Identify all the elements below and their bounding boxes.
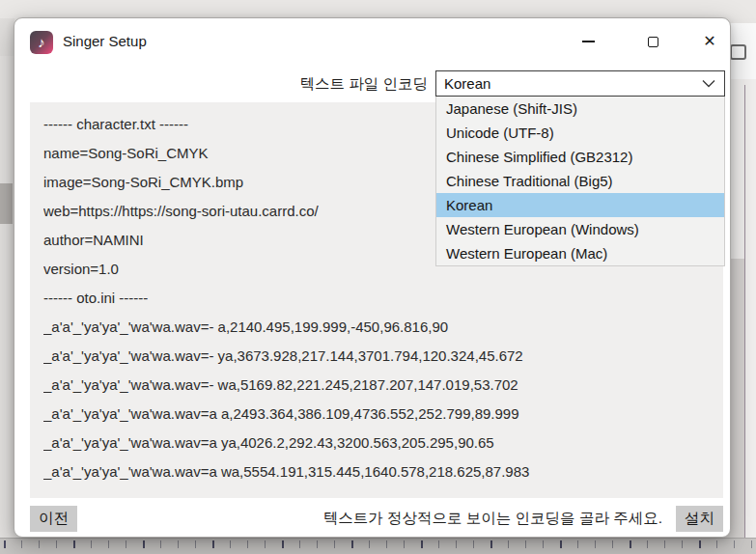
close-icon: ✕ <box>703 34 715 49</box>
encoding-combobox[interactable]: Korean <box>435 70 725 97</box>
preview-line: _a'a'_'ya'ya'_'wa'wa.wav=- ya,3673.928,2… <box>43 342 710 371</box>
encoding-label: 텍스트 파일 인코딩 <box>14 74 428 95</box>
encoding-option[interactable]: Chinese Traditional (Big5) <box>436 169 724 193</box>
singer-setup-dialog: ♪ Singer Setup ✕ 텍스트 파일 인코딩 Korean -----… <box>14 17 731 538</box>
chevron-down-icon <box>702 79 715 88</box>
encoding-option[interactable]: Unicode (UTF-8) <box>436 121 724 145</box>
preview-line: _a'a'_'ya'ya'_'wa'wa.wav=a a,2493.364,38… <box>43 400 710 429</box>
encoding-dropdown-list: Japanese (Shift-JIS) Unicode (UTF-8) Chi… <box>435 97 725 266</box>
background-timeline-ruler <box>0 538 756 554</box>
background-left-dark-band <box>0 183 13 224</box>
maximize-icon <box>648 37 658 47</box>
background-divider-line <box>744 85 745 538</box>
window-title: Singer Setup <box>63 33 147 49</box>
footer: 이전 텍스트가 정상적으로 보이는 인코딩을 골라 주세요. 설치 <box>30 498 723 539</box>
preview-line: _a'a'_'ya'ya'_'wa'wa.wav=- wa,5169.82,22… <box>43 371 710 400</box>
encoding-option[interactable]: Japanese (Shift-JIS) <box>436 97 724 121</box>
background-top-strip <box>0 0 756 18</box>
encoding-option[interactable]: Western European (Mac) <box>436 241 724 265</box>
encoding-option[interactable]: Korean <box>436 193 724 217</box>
minimize-button[interactable] <box>567 26 609 57</box>
encoding-selected-value: Korean <box>444 75 490 92</box>
encoding-option[interactable]: Chinese Simplified (GB2312) <box>436 145 724 169</box>
titlebar[interactable]: ♪ Singer Setup ✕ <box>14 18 730 65</box>
maximize-button[interactable] <box>631 26 674 57</box>
footer-hint: 텍스트가 정상적으로 보이는 인코딩을 골라 주세요. <box>323 509 662 529</box>
install-button[interactable]: 설치 <box>676 506 723 532</box>
preview-line: _a'a'_'ya'ya'_'wa'wa.wav=a wa,5554.191,3… <box>43 457 710 486</box>
close-button[interactable]: ✕ <box>688 26 731 57</box>
preview-line: _a'a'_'ya'ya'_'wa'wa.wav=a ya,4026.2,292… <box>43 429 710 457</box>
minimize-icon <box>582 41 595 42</box>
encoding-option[interactable]: Western European (Windows) <box>436 217 724 241</box>
preview-line: ------ oto.ini ------ <box>43 284 710 313</box>
background-left-strip <box>0 0 14 554</box>
background-maximize-icon <box>730 44 746 60</box>
back-button[interactable]: 이전 <box>30 506 77 532</box>
preview-line: _a'a'_'ya'ya'_'wa'wa.wav=- a,2140.495,19… <box>43 313 710 342</box>
app-music-note-icon: ♪ <box>30 31 53 54</box>
